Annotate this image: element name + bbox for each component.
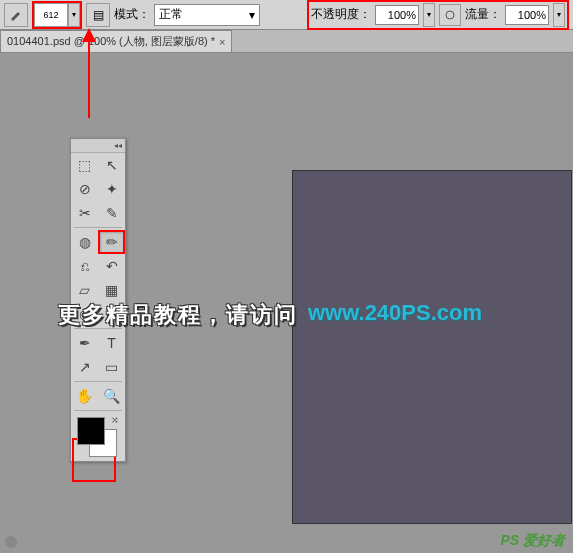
color-swatches: ⤭ [71,413,125,461]
eraser-tool-icon[interactable]: ▱ [71,278,98,302]
tool-separator [74,381,122,382]
opacity-input[interactable]: 100% [375,5,419,25]
crop-tool-icon[interactable]: ✂ [71,201,98,225]
canvas-area[interactable] [292,170,572,524]
brush-size-display[interactable]: 612 [34,3,68,27]
mode-select[interactable]: 正常 ▾ [154,4,260,26]
document-tab[interactable]: 0104401.psd @ 100% (人物, 图层蒙版/8) * × [0,30,232,52]
tools-grid: ⬚ ↖ ⊘ ✦ ✂ ✎ ◍ ✏ ⎌ ↶ ▱ ▦ ◉ ◐ ✒ T ↗ ▭ ✋ 🔍 [71,153,125,413]
tab-close-icon[interactable]: × [219,36,225,48]
heal-tool-icon[interactable]: ◍ [71,230,98,254]
watermark-url: www.240PS.com [308,300,482,326]
eyedropper-tool-icon[interactable]: ✎ [98,201,125,225]
gradient-tool-icon[interactable]: ▦ [98,278,125,302]
swap-colors-icon[interactable]: ⤭ [111,415,119,425]
opacity-label: 不透明度： [311,6,371,23]
tool-preset-button[interactable] [4,3,28,27]
watermark-text: 更多精品教程，请访问 [58,300,298,330]
brush-size-dropdown-icon[interactable]: ▾ [68,3,80,27]
pen-tool-icon[interactable]: ✒ [71,331,98,355]
document-tab-title: 0104401.psd @ 100% (人物, 图层蒙版/8) * [7,34,215,49]
svg-point-0 [446,11,454,19]
hand-tool-icon[interactable]: ✋ [71,384,98,408]
mode-value: 正常 [159,6,183,23]
annotation-arrow-line [88,30,90,118]
lasso-tool-icon[interactable]: ⊘ [71,177,98,201]
marquee-tool-icon[interactable]: ⬚ [71,153,98,177]
opacity-dropdown-icon[interactable]: ▾ [423,3,435,27]
move-tool-icon[interactable]: ↖ [98,153,125,177]
mode-label: 模式： [114,6,150,23]
options-bar: 612 ▾ ▤ 模式： 正常 ▾ 不透明度： 100% ▾ 流量： 100% ▾ [0,0,573,30]
tool-separator [74,227,122,228]
footer-right-text: PS 爱好者 [500,532,565,550]
history-brush-tool-icon[interactable]: ↶ [98,254,125,278]
brush-tool-icon[interactable]: ✏ [98,230,125,254]
flow-dropdown-icon[interactable]: ▾ [553,3,565,27]
opacity-flow-highlight: 不透明度： 100% ▾ 流量： 100% ▾ [307,0,569,30]
flow-label: 流量： [465,6,501,23]
brush-panel-toggle-icon[interactable]: ▤ [86,3,110,27]
shape-tool-icon[interactable]: ▭ [98,355,125,379]
logo-icon [4,535,18,549]
tool-separator [74,410,122,411]
wand-tool-icon[interactable]: ✦ [98,177,125,201]
pressure-opacity-button[interactable] [439,4,461,26]
zoom-tool-icon[interactable]: 🔍 [98,384,125,408]
footer-logo-text: UiBQ.com [21,534,84,549]
brush-preset-highlight: 612 ▾ [32,1,82,29]
stamp-tool-icon[interactable]: ⎌ [71,254,98,278]
path-select-tool-icon[interactable]: ↗ [71,355,98,379]
flow-input[interactable]: 100% [505,5,549,25]
foreground-color-swatch[interactable] [77,417,105,445]
footer-logo: UiBQ.com [4,534,84,549]
collapse-icon[interactable]: ◂◂ [114,141,122,150]
mode-dropdown-icon: ▾ [249,8,255,22]
svg-point-1 [5,536,17,548]
tools-panel-header[interactable]: ◂◂ [71,139,125,153]
type-tool-icon[interactable]: T [98,331,125,355]
annotation-arrow-head [82,28,96,42]
